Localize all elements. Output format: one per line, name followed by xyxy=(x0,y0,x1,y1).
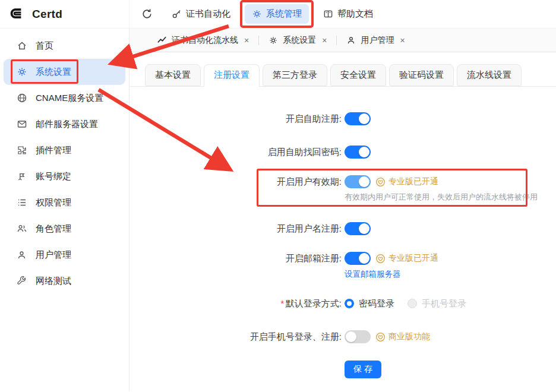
badge-label: 专业版已开通 xyxy=(388,176,438,187)
page-tab-cert-pipeline[interactable]: 证书自动化流水线 × xyxy=(147,35,258,46)
certd-logo-icon xyxy=(8,6,24,22)
username-register-toggle[interactable] xyxy=(345,222,371,235)
book-icon xyxy=(323,9,333,19)
tab-security-settings[interactable]: 安全设置 xyxy=(330,64,386,86)
app-title: Certd xyxy=(32,8,62,21)
sidebar-item-account-binding[interactable]: 账号绑定 xyxy=(4,163,125,189)
form-row-self-register: 开启自助注册: xyxy=(129,112,556,126)
form-row-email-register: 开启邮箱注册: 专业版已开通 设置邮箱服务器 xyxy=(129,251,556,280)
flag-icon xyxy=(17,172,28,182)
commercial-version-badge: 商业版功能 xyxy=(375,331,430,342)
sidebar-item-home[interactable]: 首页 xyxy=(4,33,125,59)
globe-icon xyxy=(17,93,28,103)
gear-icon xyxy=(17,67,28,77)
required-asterisk: * xyxy=(280,299,283,308)
header-nav: 证书自动化 系统管理 xyxy=(139,4,387,24)
nav-item-cert-automation[interactable]: 证书自动化 xyxy=(165,4,238,24)
radio-label: 密码登录 xyxy=(359,298,394,309)
logo-area: Certd xyxy=(0,0,129,28)
sidebar-item-label: 系统设置 xyxy=(36,67,71,78)
sidebar-item-network-test[interactable]: 网络测试 xyxy=(4,268,125,294)
sidebar-item-label: 网络测试 xyxy=(36,276,71,287)
register-settings-form: 开启自助注册: 启用自助找回密码: 开启用户有效期: xyxy=(129,87,556,378)
user-expiry-toggle[interactable] xyxy=(345,175,371,188)
field-label: 启用自助找回密码: xyxy=(129,147,342,158)
settings-tab-bar: 基本设置 注册设置 第三方登录 安全设置 验证码设置 流水线设置 xyxy=(129,52,556,87)
page-tab-system-settings[interactable]: 系统设置 × xyxy=(259,35,336,46)
tab-register-settings[interactable]: 注册设置 xyxy=(204,64,260,87)
sidebar-item-cname-service[interactable]: CNAME服务设置 xyxy=(4,85,125,111)
sidebar-item-label: 邮件服务器设置 xyxy=(36,119,98,130)
pro-version-badge: 专业版已开通 xyxy=(375,176,438,187)
tab-third-party-login[interactable]: 第三方登录 xyxy=(263,64,327,86)
tab-pipeline-settings[interactable]: 流水线设置 xyxy=(457,64,522,86)
sidebar-item-label: CNAME服务设置 xyxy=(36,93,103,104)
setup-mail-server-link[interactable]: 设置邮箱服务器 xyxy=(345,269,401,280)
phone-login-toggle[interactable] xyxy=(345,330,371,343)
page-tab-user-management[interactable]: 用户管理 × xyxy=(337,35,414,46)
sidebar-item-user-management[interactable]: 用户管理 xyxy=(4,242,125,268)
page-tab-bar: 证书自动化流水线 × 系统设置 × 用户管理 × xyxy=(129,29,556,52)
radio-selected-icon[interactable] xyxy=(345,299,354,308)
field-label: 开启用户有效期: xyxy=(129,176,342,188)
sidebar-item-mail-server[interactable]: 邮件服务器设置 xyxy=(4,111,125,137)
heart-badge-icon xyxy=(375,332,386,342)
page-tab-label: 用户管理 xyxy=(361,35,394,46)
heart-badge-icon xyxy=(375,177,386,187)
home-icon xyxy=(17,40,28,51)
tab-basic-settings[interactable]: 基本设置 xyxy=(145,64,201,86)
pro-version-badge: 专业版已开通 xyxy=(375,253,438,264)
field-label: *默认登录方式: xyxy=(129,298,342,309)
refresh-icon[interactable] xyxy=(139,6,155,22)
sidebar-item-label: 插件管理 xyxy=(36,145,71,156)
email-register-toggle[interactable] xyxy=(345,252,371,265)
toggle-knob xyxy=(359,147,369,157)
toggle-knob xyxy=(346,331,356,342)
sidebar-item-system-settings[interactable]: 系统设置 xyxy=(4,59,125,85)
sidebar-item-role-management[interactable]: 角色管理 xyxy=(4,216,125,242)
close-icon[interactable]: × xyxy=(322,36,327,45)
heart-badge-icon xyxy=(375,254,386,264)
sidebar-item-label: 首页 xyxy=(36,40,53,52)
plugin-icon xyxy=(17,145,28,156)
close-icon[interactable]: × xyxy=(244,36,249,45)
gear-icon xyxy=(252,9,262,19)
key-icon xyxy=(172,9,182,19)
nav-item-help-docs[interactable]: 帮助文档 xyxy=(316,4,380,24)
sidebar-item-permission-management[interactable]: 权限管理 xyxy=(4,189,125,216)
password-recovery-toggle[interactable] xyxy=(345,146,371,159)
gear-icon xyxy=(268,36,278,45)
sidebar-item-plugin-management[interactable]: 插件管理 xyxy=(4,137,125,163)
toggle-knob xyxy=(359,176,369,187)
nav-item-system-management[interactable]: 系统管理 xyxy=(245,4,309,24)
self-register-toggle[interactable] xyxy=(345,112,371,125)
form-row-default-login-type: *默认登录方式: 密码登录 手机号登录 xyxy=(129,296,556,311)
sidebar-item-label: 权限管理 xyxy=(36,197,71,208)
tab-captcha-settings[interactable]: 验证码设置 xyxy=(389,64,454,86)
page-tab-label: 证书自动化流水线 xyxy=(172,35,238,46)
save-button[interactable]: 保 存 xyxy=(345,361,381,378)
close-icon[interactable]: × xyxy=(400,36,405,45)
radio-password-login[interactable]: 密码登录 xyxy=(345,298,394,309)
field-description: 有效期内用户可正常使用，失效后用户的流水线将被停用 xyxy=(345,192,556,203)
form-row-password-recovery: 启用自助找回密码: xyxy=(129,145,556,159)
badge-label: 专业版已开通 xyxy=(388,253,438,264)
nav-item-label: 帮助文档 xyxy=(337,8,373,20)
toggle-knob xyxy=(359,113,369,124)
user-icon xyxy=(17,250,28,260)
list-icon xyxy=(17,197,28,208)
sidebar-item-label: 用户管理 xyxy=(36,249,71,261)
radio-phone-login[interactable]: 手机号登录 xyxy=(407,298,466,309)
mail-icon xyxy=(17,119,28,129)
sidebar-item-label: 角色管理 xyxy=(36,223,71,235)
page-tab-label: 系统设置 xyxy=(283,35,316,46)
roles-icon xyxy=(17,223,28,234)
nav-item-label: 证书自动化 xyxy=(186,8,230,20)
field-label: 开启邮箱注册: xyxy=(129,253,342,264)
sidebar: 首页 系统设置 CNAME服务设置 邮件服务器设置 插件管理 xyxy=(0,29,129,391)
nav-item-label: 系统管理 xyxy=(266,8,302,20)
sidebar-item-label: 账号绑定 xyxy=(36,171,71,182)
toggle-knob xyxy=(359,223,369,234)
form-row-phone-login-register: 开启手机号登录、注册: 商业版功能 xyxy=(129,330,556,344)
field-label: 开启用户名注册: xyxy=(129,223,342,235)
